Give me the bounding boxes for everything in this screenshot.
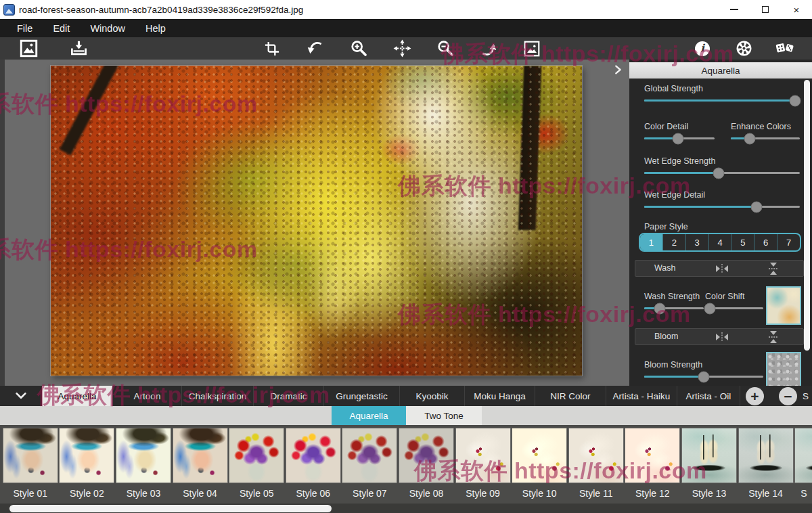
wet-edge-strength-slider[interactable]: Wet Edge Strength	[644, 156, 800, 174]
flower-bouquet-watercolor-thumbnail[interactable]	[342, 428, 397, 483]
preset-tab-grungetastic[interactable]: Grungetastic	[323, 386, 399, 406]
style-preset-1[interactable]: Style 01	[2, 425, 59, 504]
sailing-ship-watercolor-thumbnail[interactable]	[682, 428, 736, 483]
flower-bouquet-watercolor-thumbnail[interactable]	[286, 428, 340, 483]
crop-icon[interactable]	[263, 39, 281, 58]
save-image-icon[interactable]	[69, 39, 88, 58]
enhance-colors-slider[interactable]: Enhance Colors	[731, 122, 800, 139]
paper-style-option-7[interactable]: 7	[777, 234, 800, 250]
orchid-watercolor-thumbnail[interactable]	[625, 428, 679, 483]
slider-thumb[interactable]	[713, 167, 725, 179]
redo-icon[interactable]	[479, 39, 498, 58]
orchid-watercolor-thumbnail[interactable]	[456, 428, 510, 483]
preset-tab-dramatic[interactable]: Dramatic	[253, 386, 323, 406]
paper-style-option-4[interactable]: 4	[708, 234, 731, 250]
menu-edit[interactable]: Edit	[43, 19, 80, 37]
slider-thumb[interactable]	[672, 133, 683, 144]
zoom-out-icon[interactable]	[436, 39, 455, 58]
style-preset-3[interactable]: Style 03	[115, 425, 172, 504]
bloom-section-bar[interactable]: Bloom	[635, 328, 804, 345]
flower-bouquet-watercolor-thumbnail[interactable]	[399, 428, 453, 483]
slider-thumb[interactable]	[744, 133, 755, 144]
minimize-button[interactable]	[719, 0, 750, 19]
sailing-ship-watercolor-thumbnail[interactable]	[795, 428, 812, 483]
style-preset-13[interactable]: Style 13	[681, 425, 738, 504]
style-preset-12[interactable]: Style 12	[625, 425, 681, 504]
style-preset-2[interactable]: Style 02	[59, 425, 116, 504]
wash-strength-slider[interactable]: Wash Strength	[644, 292, 704, 309]
paper-style-option-3[interactable]: 3	[685, 234, 708, 250]
color-detail-slider[interactable]: Color Detail	[644, 122, 715, 139]
style-preset-4[interactable]: Style 04	[172, 425, 229, 504]
zoom-in-icon[interactable]	[349, 39, 368, 58]
global-strength-slider[interactable]: Global Strength	[644, 84, 800, 102]
styles-scrollbar-thumb[interactable]	[9, 505, 332, 512]
subtab-two-tone[interactable]: Two Tone	[406, 406, 482, 425]
info-icon[interactable]: i	[693, 39, 712, 58]
style-preset-10[interactable]: Style 10	[511, 425, 568, 504]
collapse-tray-chevron-icon[interactable]	[0, 386, 42, 406]
portrait-woman-watercolor-thumbnail[interactable]	[60, 428, 114, 483]
styles-scrollbar-track[interactable]	[0, 504, 812, 513]
preset-tab-kyoobik[interactable]: Kyoobik	[399, 386, 464, 406]
close-button[interactable]: ×	[781, 0, 812, 19]
flip-vertical-icon[interactable]	[768, 262, 779, 278]
slider-thumb[interactable]	[698, 371, 710, 382]
preset-tab-nir-color[interactable]: NIR Color	[535, 386, 606, 406]
portrait-woman-watercolor-thumbnail[interactable]	[173, 428, 227, 483]
menu-help[interactable]: Help	[135, 19, 176, 37]
style-preset-15[interactable]: S	[794, 425, 812, 504]
settings-icon[interactable]	[734, 39, 753, 58]
flip-horizontal-icon[interactable]	[715, 263, 729, 277]
add-preset-button[interactable]: +	[746, 387, 764, 405]
orchid-watercolor-thumbnail[interactable]	[569, 428, 623, 483]
wash-texture-preview[interactable]	[766, 286, 801, 325]
preset-tab-chalkspiration[interactable]: Chalkspiration	[181, 386, 253, 406]
paper-style-option-5[interactable]: 5	[731, 234, 754, 250]
preset-tab-artista-oil[interactable]: Artista - Oil	[677, 386, 740, 406]
preset-tab-artoon[interactable]: Artoon	[112, 386, 181, 406]
edited-image-preview[interactable]	[51, 66, 582, 376]
paper-style-option-2[interactable]: 2	[662, 234, 685, 250]
slider-thumb[interactable]	[654, 303, 665, 314]
subtab-aquarella[interactable]: Aquarella	[332, 406, 406, 425]
portrait-woman-watercolor-thumbnail[interactable]	[116, 428, 171, 483]
panel-expand-chevron-icon[interactable]	[610, 62, 625, 77]
preset-tab-aquarella[interactable]: Aquarella	[42, 386, 112, 406]
compare-image-icon[interactable]	[522, 39, 541, 58]
flip-horizontal-icon[interactable]	[715, 332, 729, 345]
sailing-ship-watercolor-thumbnail[interactable]	[739, 428, 793, 483]
slider-thumb[interactable]	[750, 201, 762, 213]
style-preset-11[interactable]: Style 11	[568, 425, 625, 504]
orchid-watercolor-thumbnail[interactable]	[512, 428, 566, 483]
maximize-button[interactable]	[750, 0, 781, 19]
preset-tab-artista-haiku[interactable]: Artista - Haiku	[606, 386, 677, 406]
paper-style-option-1[interactable]: 1	[640, 234, 662, 250]
bloom-strength-slider[interactable]: Bloom Strength	[644, 360, 763, 378]
flower-bouquet-watercolor-thumbnail[interactable]	[229, 428, 284, 483]
style-preset-5[interactable]: Style 05	[228, 425, 285, 504]
style-preset-9[interactable]: Style 09	[455, 425, 512, 504]
wet-edge-detail-slider[interactable]: Wet Edge Detail	[644, 190, 800, 208]
open-image-icon[interactable]	[19, 39, 38, 58]
move-icon[interactable]	[392, 39, 411, 58]
style-preset-8[interactable]: Style 08	[398, 425, 455, 504]
style-preset-7[interactable]: Style 07	[342, 425, 399, 504]
remove-preset-button[interactable]: −	[779, 387, 797, 405]
slider-thumb[interactable]	[704, 303, 715, 314]
panel-scrollbar[interactable]	[804, 80, 810, 351]
undo-icon[interactable]	[306, 39, 325, 58]
preset-tab-moku-hanga[interactable]: Moku Hanga	[464, 386, 535, 406]
style-preset-6[interactable]: Style 06	[285, 425, 342, 504]
bloom-texture-preview[interactable]	[766, 352, 801, 386]
flip-vertical-icon[interactable]	[768, 330, 779, 347]
color-shift-slider[interactable]: Color Shift	[705, 292, 763, 309]
menu-file[interactable]: File	[7, 19, 43, 37]
menu-window[interactable]: Window	[80, 19, 135, 37]
random-icon[interactable]	[775, 39, 794, 58]
slider-thumb[interactable]	[790, 95, 801, 106]
portrait-woman-watercolor-thumbnail[interactable]	[3, 428, 58, 483]
style-preset-14[interactable]: Style 14	[738, 425, 794, 504]
paper-style-option-6[interactable]: 6	[754, 234, 777, 250]
wash-section-bar[interactable]: Wash	[635, 260, 804, 277]
